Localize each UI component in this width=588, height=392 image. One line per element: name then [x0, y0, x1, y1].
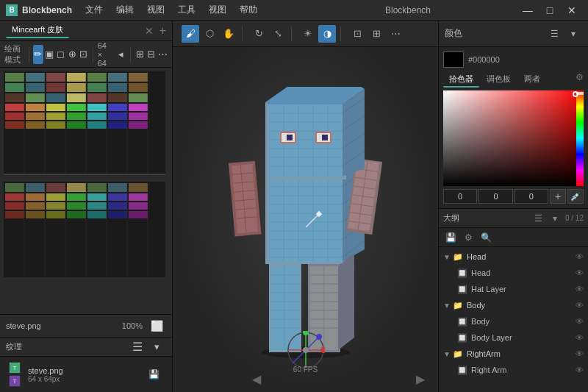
color-cursor [573, 91, 578, 97]
texture-save[interactable]: 💾 [144, 365, 163, 384]
svg-rect-11 [67, 83, 86, 92]
outline-item-hat-layer[interactable]: 🔲 Hat Layer 👁 [439, 281, 588, 297]
g-input[interactable]: 0 [478, 189, 512, 204]
head-item-eye-icon[interactable]: 👁 [573, 267, 585, 279]
vp-scale-btn[interactable]: ⤡ [269, 25, 287, 43]
vp-paint-btn[interactable]: 🖌 [182, 25, 199, 43]
hue-bar[interactable] [576, 90, 584, 186]
svg-point-182 [316, 334, 322, 340]
vp-rotate-btn[interactable]: ↻ [250, 25, 268, 43]
outline-save-btn[interactable]: 💾 [443, 230, 458, 245]
head-group-eye-icon[interactable]: 👁 [573, 251, 585, 263]
svg-rect-5 [87, 73, 107, 82]
eraser-tool[interactable]: ◻ [56, 45, 65, 64]
outline-filter-btn[interactable]: ⚙ [461, 230, 476, 245]
outline-group-rightarm-header[interactable]: ▼ 📁 RightArm 👁 [439, 346, 588, 362]
texture-label: 纹理 [6, 341, 128, 352]
header-menu-icon[interactable]: ☰ [545, 25, 563, 43]
menu-tools[interactable]: 工具 [172, 2, 201, 18]
vp-light-btn[interactable]: ◑ [318, 25, 336, 43]
texture-info: steve.png 64 x 64px [28, 366, 63, 383]
texture-size: 64 x 64px [28, 375, 63, 383]
r-input[interactable]: 0 [443, 189, 477, 204]
tab-palette[interactable]: 调色板 [481, 72, 517, 88]
outline-item-head[interactable]: 🔲 Head 👁 [439, 265, 588, 281]
filename-label: steve.png [6, 321, 122, 330]
outline-header: 大纲 ☰ ▾ 0 / 12 [439, 209, 588, 228]
fps-label: 60 FPS [293, 366, 318, 374]
svg-rect-70 [108, 202, 127, 210]
add-color-btn[interactable]: + [550, 189, 566, 204]
eyedropper-btn[interactable]: 💉 [567, 189, 584, 204]
tab-picker[interactable]: 拾色器 [443, 72, 479, 88]
outline-group-head-header[interactable]: ▼ 📁 Head 👁 [439, 249, 588, 265]
rightarm-group-eye-icon[interactable]: 👁 [573, 348, 585, 360]
svg-marker-173 [338, 253, 354, 350]
vp-sun-btn[interactable]: ☀ [299, 25, 317, 43]
outline-chevron-icon[interactable]: ▾ [548, 211, 562, 226]
layout-toggle[interactable]: ⊟ [146, 45, 156, 64]
tab-close[interactable]: ✕ [145, 25, 154, 37]
vp-selection-btn[interactable]: ⊡ [348, 25, 366, 43]
grid-toggle[interactable]: ⊞ [135, 45, 145, 64]
outline-item-body-layer[interactable]: 🔲 Body Layer 👁 [439, 329, 588, 346]
close-button[interactable]: ✕ [562, 0, 582, 21]
outline-group-body-header[interactable]: ▼ 📁 Body 👁 [439, 297, 588, 313]
svg-rect-40 [87, 121, 107, 129]
texture-menu[interactable]: ☰ [128, 338, 147, 357]
viewport[interactable]: 🖌 ⬡ ✋ ↻ ⤡ ☀ ◑ ⊡ ⊞ ⋯ [173, 21, 438, 392]
header-chevron-icon[interactable]: ▾ [564, 25, 582, 43]
vp-more-btn[interactable]: ⋯ [387, 25, 404, 43]
tab-both[interactable]: 两者 [518, 72, 546, 88]
tab-add[interactable]: + [159, 24, 166, 38]
texture-list: T T steve.png 64 x 64px 💾 [0, 357, 172, 392]
svg-rect-30 [26, 113, 45, 120]
body-group-label: Body [467, 301, 573, 310]
color-swatch[interactable] [443, 51, 464, 68]
separator-3 [130, 47, 131, 62]
svg-rect-27 [108, 104, 127, 111]
outline-item-body[interactable]: 🔲 Body 👁 [439, 313, 588, 329]
right-arm-eye-icon[interactable]: 👁 [573, 364, 585, 376]
body-item-eye-icon[interactable]: 👁 [573, 316, 585, 327]
outline-list: ▼ 📁 Head 👁 🔲 Head 👁 🔲 Hat Layer 👁 [439, 247, 588, 392]
pencil-tool[interactable]: ✏ [33, 45, 43, 64]
menu-edit[interactable]: 编辑 [110, 2, 140, 18]
nav-left[interactable]: ◀ [252, 372, 261, 386]
svg-rect-16 [26, 93, 45, 102]
eyedropper-tool[interactable]: ⊕ [67, 45, 76, 64]
body-group-eye-icon[interactable]: 👁 [573, 299, 585, 311]
vp-move-btn[interactable]: ✋ [220, 25, 237, 43]
menu-help[interactable]: 帮助 [234, 2, 263, 18]
svg-rect-51 [5, 183, 24, 192]
menu-file[interactable]: 文件 [79, 2, 109, 18]
fill-tool[interactable]: ▣ [45, 45, 54, 64]
skin-canvas[interactable] [0, 68, 172, 314]
color-picker-gradient[interactable] [443, 90, 584, 186]
minimize-button[interactable]: — [517, 0, 538, 21]
svg-rect-37 [26, 121, 45, 129]
svg-rect-9 [26, 83, 45, 92]
color-settings-icon[interactable]: ⚙ [576, 72, 584, 88]
export-btn[interactable]: ⬜ [147, 316, 166, 335]
stamp-tool[interactable]: ⊡ [79, 45, 88, 64]
tab-skin[interactable]: Mincearft 皮肤 [6, 23, 69, 38]
svg-rect-25 [67, 104, 86, 111]
outline-item-right-arm[interactable]: 🔲 Right Arm 👁 [439, 362, 588, 378]
body-layer-eye-icon[interactable]: 👁 [573, 332, 585, 343]
nav-right[interactable]: ▶ [416, 372, 425, 386]
menu-view1[interactable]: 视图 [141, 2, 171, 18]
hat-layer-eye-icon[interactable]: 👁 [573, 283, 585, 295]
svg-rect-63 [108, 193, 127, 201]
outline-menu-icon[interactable]: ☰ [531, 211, 546, 226]
vp-grid-btn[interactable]: ⊞ [368, 25, 385, 43]
size-down[interactable]: ◂ [116, 45, 126, 64]
b-input[interactable]: 0 [514, 189, 548, 204]
settings-btn[interactable]: ⋯ [158, 45, 168, 64]
texture-item[interactable]: T T steve.png 64 x 64px 💾 [6, 360, 166, 389]
vp-bucket-btn[interactable]: ⬡ [201, 25, 218, 43]
menu-view2[interactable]: 视图 [203, 2, 232, 18]
outline-search-btn[interactable]: 🔍 [478, 230, 493, 245]
maximize-button[interactable]: □ [539, 0, 560, 21]
texture-chevron[interactable]: ▾ [147, 338, 166, 357]
